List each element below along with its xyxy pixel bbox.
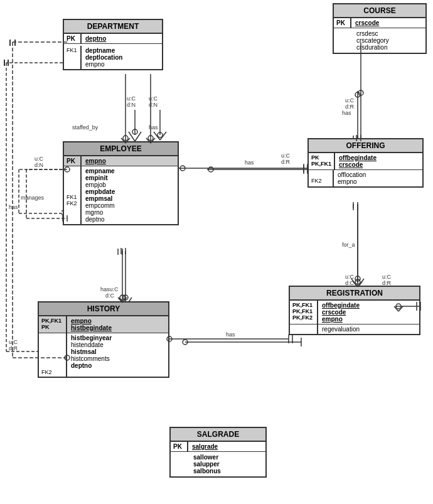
svg-point-29 xyxy=(183,340,188,345)
label-has-dept-left: has xyxy=(9,204,18,210)
svg-point-57 xyxy=(123,136,128,141)
offering-header: OFFERING xyxy=(309,139,422,153)
svg-line-2 xyxy=(135,132,141,141)
label-has-emp-offering: has xyxy=(245,159,254,166)
history-empno: empno xyxy=(71,318,92,324)
dept-deptname: deptname xyxy=(85,47,122,54)
reg-pk-attrs: offbegindate crscode empno xyxy=(318,301,363,324)
salgrade-title: SALGRADE xyxy=(197,430,239,439)
department-header: DEPARTMENT xyxy=(64,20,162,34)
salgrade-sallower: sallower xyxy=(193,454,262,461)
salgrade-header: SALGRADE xyxy=(171,428,265,442)
entity-employee: EMPLOYEE PK empno FK1 FK2 empname empini… xyxy=(63,141,179,225)
ann-uc-course-off: u:C xyxy=(345,97,354,104)
label-for-a: for_a xyxy=(342,242,355,248)
course-attr-crsdesc: crsdesc xyxy=(356,30,422,37)
label-has-history-reg: has xyxy=(226,331,235,338)
dept-empno: empno xyxy=(85,61,122,68)
ann-uc-dept-has: u:C xyxy=(149,95,158,102)
svg-point-13 xyxy=(355,92,360,97)
hist-histbeginyear: histbeginyear xyxy=(71,335,112,341)
entity-department: DEPARTMENT PK deptno FK1 deptname deptlo… xyxy=(63,19,163,70)
reg-attrs: regevaluation xyxy=(318,324,363,334)
entity-history: HISTORY PK,FK1 PK empno histbegindate FK… xyxy=(38,301,169,378)
er-diagram: COURSE PK crscode crsdesc crscategory cr… xyxy=(0,0,433,504)
emp-mgrno: mgrno xyxy=(85,209,115,216)
ann-dn-dept-has: d:N xyxy=(149,102,158,108)
hist-deptno: deptno xyxy=(71,362,112,369)
reg-regevaluation: regevaluation xyxy=(322,326,360,333)
svg-point-61 xyxy=(148,136,153,141)
dept-deptno: deptno xyxy=(85,35,106,42)
course-attrs: crsdesc crscategory crsduration xyxy=(334,28,425,53)
history-header: HISTORY xyxy=(39,303,168,316)
offering-empno: empno xyxy=(338,178,366,185)
ann-uc-emp-offering: u:C xyxy=(281,153,290,159)
offering-offlocation: offlocation xyxy=(338,171,366,178)
emp-empbdate: empbdate xyxy=(85,188,115,195)
ann-hasu-c: hasu:C xyxy=(100,286,119,292)
hist-histmsal: histmsal xyxy=(71,348,112,355)
ann-uc-off-reg2: u:C xyxy=(345,274,354,280)
emp-empno: empno xyxy=(85,158,106,164)
hist-histcomments: histcomments xyxy=(71,355,112,362)
svg-point-65 xyxy=(180,166,185,171)
entity-offering: OFFERING PK PK,FK1 offbegindate crscode … xyxy=(307,138,424,188)
svg-point-19 xyxy=(355,276,360,281)
emp-empinit: empinit xyxy=(85,174,115,181)
dept-deptlocation: deptlocation xyxy=(85,54,122,61)
ann-dc-emp-hist: d:C xyxy=(105,292,114,299)
svg-point-81 xyxy=(120,295,125,300)
ann-dc-off-reg2: d:C xyxy=(345,280,354,286)
reg-empno: empno xyxy=(322,316,343,323)
salgrade-salgrade: salgrade xyxy=(192,443,218,450)
emp-empname: empname xyxy=(85,168,115,174)
history-attrs: histbeginyear histenddate histmsal histc… xyxy=(67,333,115,377)
label-has-dept-emp: has xyxy=(149,124,158,131)
entity-salgrade: SALGRADE PK salgrade sallower salupper s… xyxy=(169,427,267,478)
salgrade-attrs: sallower salupper salbonus xyxy=(171,452,265,476)
salgrade-salupper: salupper xyxy=(193,461,262,468)
ann-uc-dept-emp: u:C xyxy=(127,95,136,102)
ann-uc-manages: u:C xyxy=(35,156,43,162)
hist-histenddate: histenddate xyxy=(71,341,112,348)
course-attr-crscategory: crscategory xyxy=(356,37,422,44)
label-manages: manages xyxy=(21,195,44,201)
history-pk-attrs: empno histbegindate xyxy=(67,316,115,333)
svg-line-1 xyxy=(129,132,135,141)
emp-deptno: deptno xyxy=(85,216,115,223)
emp-empmsal: empmsal xyxy=(85,195,115,202)
label-staffed-by: staffed_by xyxy=(72,124,98,131)
offering-crscode: crscode xyxy=(339,161,363,168)
employee-header: EMPLOYEE xyxy=(64,142,178,156)
ann-dr-off-reg1: d:R xyxy=(382,280,391,286)
emp-empcomm: empcomm xyxy=(85,202,115,209)
offering-attrs: offlocation empno xyxy=(334,170,370,186)
entity-course: COURSE PK crscode crsdesc crscategory cr… xyxy=(333,3,427,54)
svg-line-6 xyxy=(154,132,160,140)
ann-dr-left: d:R xyxy=(9,345,18,351)
course-header: COURSE xyxy=(334,4,425,18)
svg-point-75 xyxy=(355,279,360,284)
registration-title: REGISTRATION xyxy=(326,289,383,298)
ann-dr-emp-offering: d:R xyxy=(281,159,290,165)
dept-attrs: deptname deptlocation empno xyxy=(82,46,126,69)
offering-pk-attrs: offbegindate crscode xyxy=(335,153,380,169)
registration-header: REGISTRATION xyxy=(290,287,419,301)
label-has-course-offering: has xyxy=(342,110,351,116)
entity-registration: REGISTRATION PK,FK1 PK,FK1 PK,FK2 offbeg… xyxy=(289,286,420,335)
offering-title: OFFERING xyxy=(346,141,385,150)
emp-empjob: empjob xyxy=(85,181,115,188)
ann-uc-left: u:C xyxy=(9,339,18,345)
svg-point-5 xyxy=(158,132,163,137)
history-title: HISTORY xyxy=(87,304,120,313)
offering-offbegindate: offbegindate xyxy=(339,154,377,161)
svg-point-3 xyxy=(132,129,137,134)
ann-uc-off-reg1: u:C xyxy=(382,274,391,280)
course-crscode: crscode xyxy=(355,19,379,26)
department-title: DEPARTMENT xyxy=(87,22,139,31)
svg-point-69 xyxy=(358,90,363,95)
reg-crscode: crscode xyxy=(322,309,346,316)
employee-title: EMPLOYEE xyxy=(100,144,142,153)
svg-line-7 xyxy=(160,132,166,140)
